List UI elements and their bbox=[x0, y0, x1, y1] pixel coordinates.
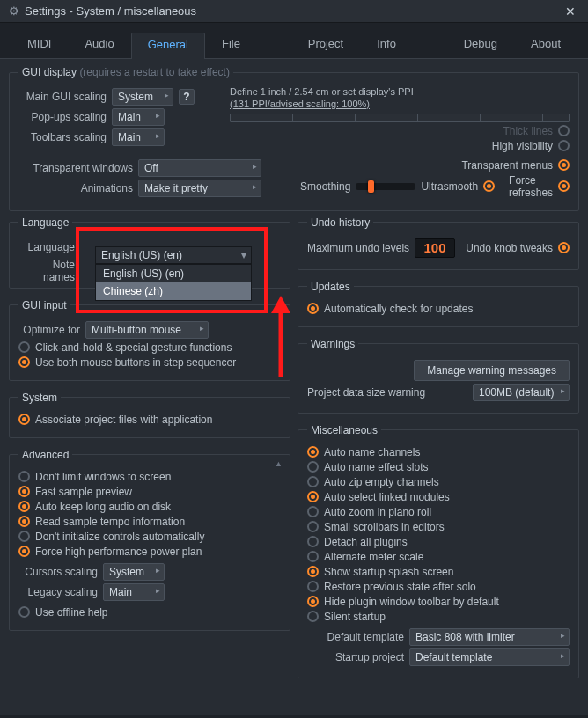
label-animations: Animations bbox=[18, 182, 133, 194]
group-updates: Updates Automatically check for updates bbox=[298, 281, 579, 327]
toggle-auto-updates[interactable]: Automatically check for updates bbox=[307, 303, 570, 315]
label-note-names: Note names bbox=[18, 259, 75, 283]
dropdown-language-menu: English (US) (en) Chinese (zh) bbox=[95, 264, 252, 301]
opt-undo-knob: Undo knob tweaks bbox=[466, 242, 553, 254]
help-icon[interactable]: ? bbox=[179, 89, 195, 105]
tab-info[interactable]: Info bbox=[360, 32, 413, 58]
toggle-advanced-item[interactable]: Don't initialize controls automatically bbox=[18, 531, 281, 543]
toggle-misc-item[interactable]: Silent startup bbox=[307, 611, 570, 623]
legend-language: Language bbox=[18, 216, 72, 229]
dropdown-startup-project[interactable]: Default template bbox=[409, 648, 570, 666]
toggle-advanced-item[interactable]: Read sample tempo information bbox=[18, 516, 281, 528]
group-gui-display: GUI display (requires a restart to take … bbox=[9, 66, 579, 211]
legend-system: System bbox=[18, 392, 61, 404]
label-size-warning: Project data size warning bbox=[307, 386, 425, 399]
label-toolbars-scaling: Toolbars scaling bbox=[18, 131, 107, 143]
toggle-misc-item[interactable]: Small scrollbars in editors bbox=[307, 521, 570, 533]
toggle-misc-item[interactable]: Alternate meter scale bbox=[307, 551, 570, 563]
legend-advanced: Advanced bbox=[18, 449, 72, 461]
toggle-undo-knob[interactable] bbox=[558, 242, 570, 253]
legend-gui-display: GUI display bbox=[22, 66, 77, 78]
button-manage-warnings[interactable]: Manage warning messages bbox=[414, 360, 570, 381]
collapse-icon[interactable]: ▲ bbox=[275, 459, 283, 468]
toggle-misc-item[interactable]: Detach all plugins bbox=[307, 536, 570, 548]
ppi-line2: (131 PPI/advised scaling: 100%) bbox=[230, 99, 370, 109]
toggle-high-vis[interactable] bbox=[558, 140, 570, 151]
toggle-associate[interactable]: Associate project files with application bbox=[18, 414, 281, 426]
toggle-advanced-item[interactable]: Don't limit windows to screen bbox=[18, 471, 281, 483]
opt-ultrasmooth: Ultrasmooth bbox=[421, 180, 478, 193]
language-option-zh[interactable]: Chinese (zh) bbox=[96, 282, 251, 300]
opt-thick-lines: Thick lines bbox=[503, 125, 553, 137]
toggle-click-hold[interactable]: Click-and-hold & special gesture functio… bbox=[18, 341, 281, 354]
ppi-line1: Define 1 inch / 2.54 cm or set display's… bbox=[230, 86, 414, 97]
dropdown-legacy-scaling[interactable]: Main bbox=[103, 583, 165, 601]
label-legacy-scaling: Legacy scaling bbox=[18, 586, 98, 598]
toggle-ultrasmooth[interactable] bbox=[483, 180, 495, 192]
dropdown-size-warning[interactable]: 100MB (default) bbox=[473, 384, 570, 401]
label-cursors-scaling: Cursors scaling bbox=[18, 566, 98, 578]
group-gui-input: GUI input Optimize for Multi-button mous… bbox=[9, 299, 290, 381]
tab-file[interactable]: File bbox=[205, 32, 257, 58]
opt-force-refreshes: Force refreshes bbox=[509, 174, 553, 199]
toggle-misc-item[interactable]: Restore previous state after solo bbox=[307, 581, 570, 593]
toggle-advanced-item[interactable]: Fast sample preview bbox=[18, 486, 281, 498]
tab-project[interactable]: Project bbox=[291, 32, 360, 58]
legend-warnings: Warnings bbox=[307, 338, 358, 350]
group-warnings: Warnings Manage warning messages Project… bbox=[298, 338, 579, 414]
toggle-advanced-item[interactable]: Auto keep long audio on disk bbox=[18, 501, 281, 513]
legend-updates: Updates bbox=[307, 281, 354, 293]
dropdown-cursors-scaling[interactable]: System bbox=[103, 563, 165, 581]
dropdown-toolbars-scaling[interactable]: Main bbox=[112, 128, 165, 146]
label-smoothing: Smoothing bbox=[300, 180, 350, 193]
label-default-template: Default template bbox=[307, 631, 404, 643]
dropdown-animations[interactable]: Make it pretty bbox=[138, 180, 261, 197]
group-undo: Undo history Maximum undo levels 100 Und… bbox=[298, 216, 579, 270]
close-icon[interactable]: ✕ bbox=[562, 4, 579, 18]
label-main-scaling: Main GUI scaling bbox=[18, 91, 107, 103]
dropdown-language[interactable]: English (US) (en) bbox=[95, 246, 252, 264]
dropdown-popups-scaling[interactable]: Main bbox=[112, 108, 165, 126]
toggle-both-buttons[interactable]: Use both mouse buttons in step sequencer bbox=[18, 356, 281, 369]
gear-icon: ⚙ bbox=[9, 4, 19, 18]
toggle-transparent-menus[interactable] bbox=[558, 159, 570, 171]
dropdown-main-scaling[interactable]: System bbox=[112, 88, 173, 106]
ppi-ruler[interactable] bbox=[230, 114, 570, 122]
toggle-misc-item[interactable]: Auto name channels bbox=[307, 446, 570, 458]
tab-about[interactable]: About bbox=[514, 32, 577, 58]
tabs: MIDI Audio General File Project Info Deb… bbox=[0, 23, 588, 59]
legend-misc: Miscellaneous bbox=[307, 424, 381, 436]
toggle-offline-help[interactable]: Use offline help bbox=[18, 606, 281, 619]
tab-general[interactable]: General bbox=[131, 33, 205, 59]
toggle-force-refreshes[interactable] bbox=[558, 180, 570, 192]
label-language: Language bbox=[18, 241, 75, 253]
language-option-en[interactable]: English (US) (en) bbox=[96, 265, 251, 282]
dropdown-default-template[interactable]: Basic 808 with limiter bbox=[409, 628, 570, 646]
slider-smoothing[interactable] bbox=[356, 183, 415, 190]
toggle-misc-item[interactable]: Auto zoom in piano roll bbox=[307, 506, 570, 518]
tab-audio[interactable]: Audio bbox=[68, 32, 130, 58]
toggle-misc-item[interactable]: Auto select linked modules bbox=[307, 491, 570, 503]
group-system: System Associate project files with appl… bbox=[9, 392, 290, 438]
label-popups-scaling: Pop-ups scaling bbox=[18, 111, 107, 123]
input-max-undo[interactable]: 100 bbox=[415, 238, 455, 258]
titlebar: ⚙ Settings - System / miscellaneous ✕ bbox=[0, 0, 588, 23]
label-transparent-windows: Transparent windows bbox=[18, 162, 133, 174]
dropdown-transparent-windows[interactable]: Off bbox=[138, 159, 261, 177]
tab-debug[interactable]: Debug bbox=[447, 32, 514, 58]
tab-midi[interactable]: MIDI bbox=[11, 32, 68, 58]
window-title: Settings - System / miscellaneous bbox=[25, 4, 556, 18]
legend-undo: Undo history bbox=[307, 216, 373, 229]
label-max-undo: Maximum undo levels bbox=[307, 242, 409, 254]
toggle-thick-lines[interactable] bbox=[558, 125, 570, 136]
toggle-misc-item[interactable]: Auto zip empty channels bbox=[307, 476, 570, 488]
opt-high-vis: High visibility bbox=[492, 140, 553, 152]
dropdown-optimize-for[interactable]: Multi-button mouse bbox=[85, 321, 209, 339]
group-advanced: Advanced ▲ Don't limit windows to screen… bbox=[9, 449, 290, 631]
toggle-advanced-item[interactable]: Force high performance power plan bbox=[18, 546, 281, 558]
toggle-misc-item[interactable]: Hide plugin window toolbar by default bbox=[307, 596, 570, 608]
legend-gui-input: GUI input bbox=[18, 299, 70, 311]
label-startup-project: Startup project bbox=[307, 651, 404, 663]
toggle-misc-item[interactable]: Auto name effect slots bbox=[307, 461, 570, 473]
toggle-misc-item[interactable]: Show startup splash screen bbox=[307, 566, 570, 578]
